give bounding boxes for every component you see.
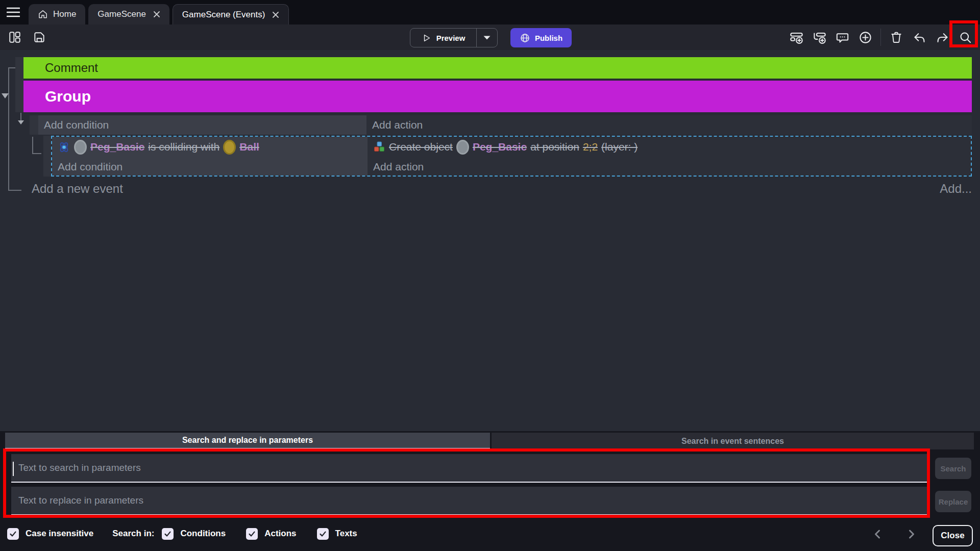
object-thumbnail-peg-basic [456, 140, 469, 155]
tab-strip: Home GameScene GameScene (Events) [29, 4, 289, 24]
search-options: Case insensitive Search in: Conditions A… [7, 525, 357, 542]
create-object-icon [373, 141, 385, 153]
play-icon [422, 33, 431, 43]
preview-main[interactable]: Preview [410, 33, 476, 43]
selected-event[interactable]: Peg_Basic is colliding with Ball Add con… [51, 136, 972, 177]
group-event[interactable]: Group [23, 81, 972, 112]
tree-line [8, 190, 21, 191]
close-tab-button[interactable] [153, 11, 160, 18]
replace-button[interactable]: Replace [935, 491, 971, 512]
close-tab-button[interactable] [272, 11, 279, 18]
add-new-event-link[interactable]: Add a new event [32, 182, 123, 196]
event-conditions-cell: Add condition [38, 115, 366, 135]
chevron-right-icon [908, 529, 916, 539]
add-circle-icon [859, 31, 872, 44]
add-condition-link[interactable]: Add condition [52, 157, 368, 177]
toolbar-left [7, 24, 47, 50]
add-more-link[interactable]: Add... [940, 182, 972, 196]
tree-line [8, 67, 9, 191]
event-drag-handle[interactable] [15, 57, 23, 112]
globe-icon [520, 33, 530, 43]
action-layer-text: (layer: ) [601, 141, 638, 153]
action-object: Peg_Basic [473, 141, 527, 153]
comment-event[interactable]: Comment [23, 57, 972, 79]
preview-label: Preview [436, 34, 465, 42]
toolbar-divider [880, 29, 881, 46]
replace-input[interactable] [11, 487, 928, 515]
add-condition-link[interactable]: Add condition [38, 115, 366, 135]
check-icon [163, 530, 172, 538]
case-insensitive-label[interactable]: Case insensitive [26, 529, 93, 539]
tree-line [20, 113, 21, 120]
actions-label[interactable]: Actions [264, 529, 296, 539]
add-action-link[interactable]: Add action [368, 157, 971, 177]
tab-bar: Home GameScene GameScene (Events) [0, 0, 980, 24]
add-comment-button[interactable] [835, 30, 850, 45]
tab-label: GameScene [97, 9, 146, 19]
actions-checkbox[interactable] [246, 528, 258, 540]
action-position-value: 2;2 [583, 141, 598, 153]
event-collapse-toggle[interactable] [18, 120, 24, 124]
redo-button[interactable] [935, 30, 950, 45]
texts-label[interactable]: Texts [335, 529, 357, 539]
object-thumbnail-peg-basic [74, 140, 87, 155]
search-button[interactable]: Search [935, 458, 971, 479]
texts-checkbox[interactable] [317, 528, 329, 540]
event-conditions-cell: Peg_Basic is colliding with Ball Add con… [52, 137, 368, 176]
conditions-checkbox[interactable] [162, 528, 174, 540]
event-actions-cell: Add action [366, 115, 972, 135]
condition-text: is colliding with [148, 141, 219, 153]
gdevelop-window: Home GameScene GameScene (Events) [0, 0, 980, 551]
search-events-button[interactable] [958, 30, 973, 45]
search-icon [959, 31, 972, 44]
event-drag-handle[interactable] [30, 115, 38, 135]
action-verb: Create object [389, 141, 453, 153]
hamburger-icon [7, 7, 20, 18]
preview-options-button[interactable] [477, 35, 497, 40]
previous-result-button[interactable] [871, 528, 884, 541]
add-action-link[interactable]: Add action [366, 115, 972, 135]
search-in-label: Search in: [112, 529, 154, 539]
tab-gamescene[interactable]: GameScene [88, 4, 169, 24]
home-icon [38, 9, 48, 19]
group-collapse-toggle[interactable] [2, 93, 9, 98]
chevron-down-icon [483, 35, 491, 40]
add-event-button[interactable] [789, 30, 804, 45]
condition-sentence[interactable]: Peg_Basic is colliding with Ball [52, 137, 368, 157]
case-insensitive-checkbox[interactable] [7, 528, 19, 540]
event-drag-handle[interactable] [43, 136, 51, 177]
add-event-icon [790, 31, 803, 44]
conditions-label[interactable]: Conditions [180, 529, 226, 539]
delete-button[interactable] [889, 30, 904, 45]
chevron-left-icon [873, 529, 881, 539]
toolbar-right [789, 24, 973, 50]
add-subevent-button[interactable] [812, 30, 827, 45]
text-caret [13, 462, 14, 476]
tree-line [32, 137, 33, 154]
preview-button[interactable]: Preview [410, 28, 498, 47]
event-actions-cell: Create object Peg_Basic at position 2;2 … [368, 137, 971, 176]
main-menu-button[interactable] [5, 5, 21, 19]
tab-search-event-sentences[interactable]: Search in event sentences [492, 433, 974, 449]
action-sentence[interactable]: Create object Peg_Basic at position 2;2 … [368, 137, 971, 157]
tab-label: GameScene (Events) [182, 10, 265, 20]
choose-and-add-event-button[interactable] [857, 30, 873, 45]
close-icon [272, 11, 279, 18]
tab-search-replace-parameters[interactable]: Search and replace in parameters [5, 433, 490, 449]
publish-label: Publish [535, 34, 562, 42]
close-icon [153, 11, 160, 18]
tab-label: Home [53, 9, 76, 19]
close-button[interactable]: Close [933, 525, 973, 546]
add-subevent-icon [813, 31, 826, 44]
physics-icon [58, 141, 70, 154]
project-manager-button[interactable] [7, 30, 22, 45]
publish-button[interactable]: Publish [510, 28, 572, 47]
save-button[interactable] [32, 30, 47, 45]
search-input[interactable] [11, 454, 928, 483]
object-thumbnail-ball [223, 140, 236, 155]
next-result-button[interactable] [905, 528, 918, 541]
tab-gamescene-events[interactable]: GameScene (Events) [173, 4, 289, 24]
undo-button[interactable] [912, 30, 927, 45]
tab-home[interactable]: Home [29, 4, 85, 24]
search-panel: Search and replace in parameters Search … [0, 431, 980, 551]
